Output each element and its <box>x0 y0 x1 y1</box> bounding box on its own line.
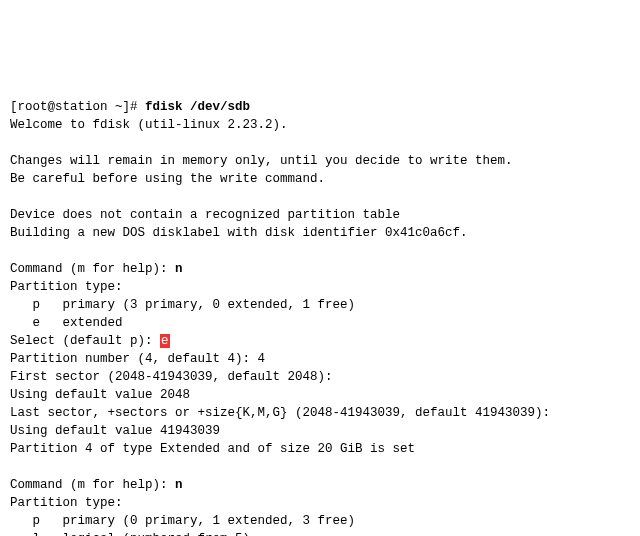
output-line: Using default value 41943039 <box>10 424 220 438</box>
fdisk-prompt: Select (default p): <box>10 334 160 348</box>
user-input: n <box>175 262 183 276</box>
shell-prompt: [root@station ~]# <box>10 100 145 114</box>
output-line: Building a new DOS disklabel with disk i… <box>10 226 468 240</box>
output-line: p primary (3 primary, 0 extended, 1 free… <box>10 298 355 312</box>
output-line: l logical (numbered from 5) <box>10 532 250 536</box>
command-text: fdisk /dev/sdb <box>145 100 250 114</box>
output-line: Changes will remain in memory only, unti… <box>10 154 513 168</box>
output-line: p primary (0 primary, 1 extended, 3 free… <box>10 514 355 528</box>
output-line: Using default value 2048 <box>10 388 190 402</box>
fdisk-prompt: Command (m for help): <box>10 478 175 492</box>
output-line: Partition 4 of type Extended and of size… <box>10 442 415 456</box>
output-line: First sector (2048-41943039, default 204… <box>10 370 333 384</box>
output-line: Last sector, +sectors or +size{K,M,G} (2… <box>10 406 550 420</box>
user-input: n <box>175 478 183 492</box>
output-line: Partition type: <box>10 496 123 510</box>
highlighted-input: e <box>160 334 170 348</box>
output-line: Be careful before using the write comman… <box>10 172 325 186</box>
output-line: Partition number (4, default 4): 4 <box>10 352 265 366</box>
output-line: e extended <box>10 316 123 330</box>
output-line: Partition type: <box>10 280 123 294</box>
terminal-output: [root@station ~]# fdisk /dev/sdb Welcome… <box>10 80 630 536</box>
output-line: Welcome to fdisk (util-linux 2.23.2). <box>10 118 288 132</box>
output-line: Device does not contain a recognized par… <box>10 208 400 222</box>
fdisk-prompt: Command (m for help): <box>10 262 175 276</box>
